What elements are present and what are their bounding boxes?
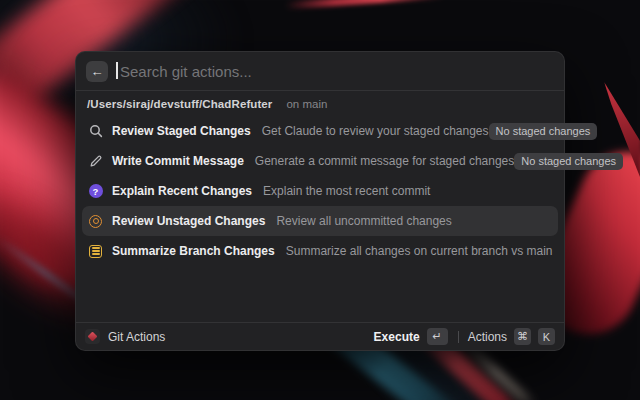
list-icon (88, 244, 103, 259)
action-subtitle: Generate a commit message for staged cha… (255, 154, 514, 168)
action-subtitle: Get Claude to review your staged changes (262, 124, 489, 138)
status-badge: No staged changes (489, 123, 598, 140)
action-list: Review Staged Changes Get Claude to revi… (76, 114, 564, 268)
repo-path: /Users/siraj/devstuff/ChadRefuter (87, 98, 272, 110)
repo-context-row: /Users/siraj/devstuff/ChadRefuter on mai… (76, 91, 564, 114)
command-palette-window: ← /Users/siraj/devstuff/ChadRefuter on m… (75, 51, 565, 351)
list-item-write-commit[interactable]: Write Commit Message Generate a commit m… (82, 146, 558, 176)
search-bar: ← (76, 52, 564, 90)
action-subtitle: Summarize all changes on current branch … (286, 244, 553, 258)
list-item-explain-recent[interactable]: ? Explain Recent Changes Explain the mos… (82, 176, 558, 206)
action-subtitle: Review all uncommitted changes (276, 214, 451, 228)
empty-space (76, 268, 564, 322)
pencil-icon (88, 154, 103, 169)
wallpaper-red-sliver-top (285, 0, 445, 10)
search-field-wrap (116, 60, 554, 82)
repo-branch: on main (286, 98, 327, 110)
return-key-icon: ↵ (427, 328, 448, 345)
app-name: Git Actions (108, 330, 165, 344)
action-subtitle: Explain the most recent commit (263, 184, 430, 198)
back-button[interactable]: ← (86, 61, 108, 82)
command-key-icon: ⌘ (514, 328, 531, 345)
footer-bar: Git Actions Execute ↵ Actions ⌘ K (76, 322, 564, 350)
list-item-review-staged[interactable]: Review Staged Changes Get Claude to revi… (82, 116, 558, 146)
list-item-review-unstaged[interactable]: Review Unstaged Changes Review all uncom… (82, 206, 558, 236)
git-actions-app-icon (85, 329, 100, 344)
text-caret (116, 62, 118, 79)
back-arrow-icon: ← (91, 65, 104, 78)
footer-actions: Execute ↵ Actions ⌘ K (374, 328, 555, 345)
action-title: Write Commit Message (112, 154, 244, 168)
k-key-icon: K (538, 328, 555, 345)
action-title: Review Unstaged Changes (112, 214, 265, 228)
action-title: Review Staged Changes (112, 124, 251, 138)
actions-menu-button[interactable]: Actions (468, 330, 507, 344)
action-title: Explain Recent Changes (112, 184, 252, 198)
footer-divider (458, 331, 459, 343)
target-icon (88, 214, 103, 229)
execute-button[interactable]: Execute (374, 330, 420, 344)
action-title: Summarize Branch Changes (112, 244, 275, 258)
search-input[interactable] (116, 63, 554, 80)
status-badge: No staged changes (514, 153, 623, 170)
question-circle-icon: ? (88, 184, 103, 199)
list-item-summarize-branch[interactable]: Summarize Branch Changes Summarize all c… (82, 236, 558, 266)
magnifier-icon (88, 124, 103, 139)
